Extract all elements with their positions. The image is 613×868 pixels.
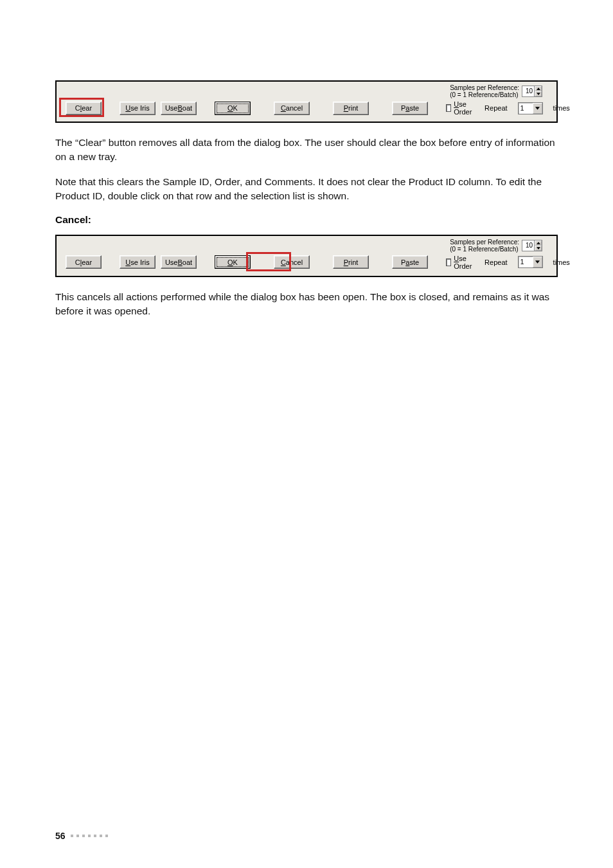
cancel-button[interactable]: Cancel	[274, 255, 310, 269]
spinner-up-icon[interactable]	[535, 86, 542, 91]
samples-label: Samples per Reference: (0 = 1 Reference/…	[450, 84, 519, 98]
samples-spinner-buttons[interactable]	[534, 86, 542, 96]
samples-per-reference-row: Samples per Reference: (0 = 1 Reference/…	[62, 239, 551, 253]
repeat-value[interactable]: 1	[519, 257, 533, 267]
spinner-down-icon[interactable]	[535, 246, 542, 251]
paste-button[interactable]: Paste	[392, 102, 428, 115]
repeat-value[interactable]: 1	[519, 103, 533, 114]
samples-spinner-value[interactable]: 10	[522, 86, 534, 96]
cancel-button[interactable]: Cancel	[274, 102, 310, 115]
repeat-label: Repeat	[484, 258, 507, 266]
chevron-down-icon[interactable]	[533, 257, 542, 267]
print-button[interactable]: Print	[333, 255, 369, 269]
use-boat-button[interactable]: Use Boat	[161, 255, 197, 269]
page-footer: 56	[55, 831, 108, 841]
dialog-toolbar-clear-highlight: Samples per Reference: (0 = 1 Reference/…	[55, 80, 558, 123]
ok-button[interactable]: OK	[215, 102, 251, 115]
paragraph-clear-desc-2: Note that this clears the Sample ID, Ord…	[55, 175, 558, 204]
heading-cancel: Cancel:	[55, 214, 558, 226]
repeat-combo[interactable]: 1	[518, 102, 543, 114]
spinner-up-icon[interactable]	[535, 240, 542, 246]
clear-button[interactable]: Clear	[66, 102, 102, 115]
times-label: times	[553, 104, 570, 112]
use-boat-button[interactable]: Use Boat	[161, 102, 197, 115]
use-iris-button[interactable]: Use Iris	[120, 102, 155, 115]
samples-spinner[interactable]: 10	[522, 240, 542, 251]
spinner-down-icon[interactable]	[535, 91, 542, 96]
button-row: Clear Use Iris Use Boat OK Cancel Print	[62, 254, 551, 271]
checkbox-box[interactable]	[446, 258, 451, 266]
print-button[interactable]: Print	[333, 102, 369, 115]
footer-dots-icon	[71, 835, 108, 837]
button-row: Clear Use Iris Use Boat OK Cancel Print	[62, 100, 551, 116]
samples-label: Samples per Reference: (0 = 1 Reference/…	[450, 239, 519, 253]
paste-button[interactable]: Paste	[392, 255, 428, 269]
checkbox-box[interactable]	[446, 104, 451, 112]
page-number: 56	[55, 831, 66, 841]
samples-per-reference-row: Samples per Reference: (0 = 1 Reference/…	[62, 84, 551, 98]
use-order-checkbox[interactable]: Use Order	[446, 255, 474, 270]
dialog-toolbar-cancel-highlight: Samples per Reference: (0 = 1 Reference/…	[55, 235, 558, 277]
paragraph-clear-desc-1: The “Clear” button removes all data from…	[55, 136, 558, 165]
repeat-combo[interactable]: 1	[518, 256, 543, 268]
times-label: times	[553, 258, 570, 266]
samples-spinner-buttons[interactable]	[534, 240, 542, 251]
ok-button[interactable]: OK	[215, 255, 251, 269]
samples-spinner[interactable]: 10	[522, 86, 542, 97]
repeat-label: Repeat	[484, 104, 507, 112]
paragraph-cancel-desc: This cancels all actions performed while…	[55, 290, 558, 319]
samples-spinner-value[interactable]: 10	[522, 240, 534, 251]
use-order-checkbox[interactable]: Use Order	[446, 100, 474, 116]
clear-button[interactable]: Clear	[66, 255, 102, 269]
use-iris-button[interactable]: Use Iris	[120, 255, 155, 269]
chevron-down-icon[interactable]	[533, 103, 542, 114]
